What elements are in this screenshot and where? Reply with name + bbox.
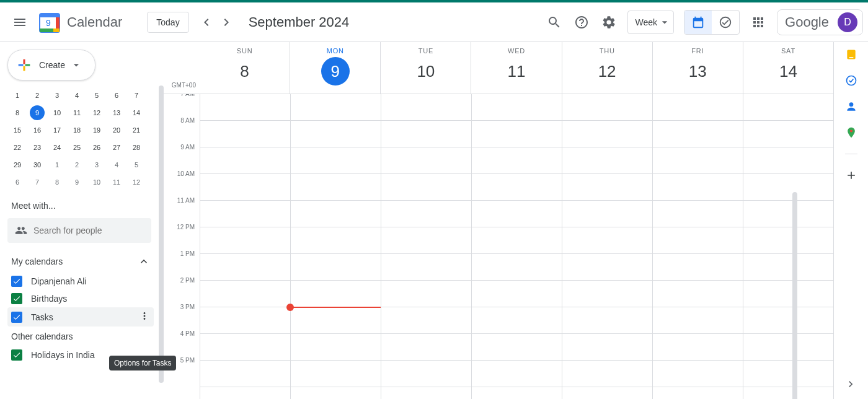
hour-cell[interactable]: [200, 201, 290, 227]
mini-calendar-day[interactable]: 6: [107, 87, 126, 104]
tasks-icon[interactable]: [845, 74, 857, 87]
day-header[interactable]: FRI13: [652, 42, 743, 94]
mini-calendar-day[interactable]: 29: [7, 156, 27, 173]
hour-cell[interactable]: [562, 387, 652, 399]
mini-calendar-day[interactable]: 21: [126, 121, 146, 139]
mini-calendar-day[interactable]: 9: [30, 105, 45, 120]
search-people-field[interactable]: [7, 218, 151, 243]
mini-calendar-day[interactable]: 1: [7, 87, 27, 104]
mini-calendar-day[interactable]: 12: [87, 104, 107, 121]
hour-cell[interactable]: [562, 334, 652, 361]
mini-calendar-day[interactable]: 3: [47, 87, 67, 104]
hour-cell[interactable]: [472, 361, 562, 387]
hour-cell[interactable]: [743, 174, 833, 201]
mini-calendar-day[interactable]: 12: [126, 173, 146, 191]
hour-cell[interactable]: [653, 227, 743, 254]
grid-columns[interactable]: [200, 94, 833, 399]
hour-cell[interactable]: [200, 254, 290, 281]
mini-calendar-day[interactable]: 24: [47, 139, 67, 156]
hour-cell[interactable]: [562, 147, 652, 174]
day-number[interactable]: 11: [502, 57, 531, 86]
calendar-list-item[interactable]: Birthdays: [7, 290, 154, 307]
hour-cell[interactable]: [562, 121, 652, 147]
hour-cell[interactable]: [743, 94, 833, 121]
hour-cell[interactable]: [291, 174, 381, 201]
keep-icon[interactable]: [845, 48, 857, 61]
hour-cell[interactable]: [200, 281, 290, 307]
mini-calendar-day[interactable]: 4: [107, 156, 126, 173]
calendar-list-item[interactable]: Tasks: [7, 307, 154, 327]
hour-cell[interactable]: [653, 121, 743, 147]
mini-calendar-day[interactable]: 8: [47, 173, 67, 191]
mini-calendar-day[interactable]: 2: [67, 156, 87, 173]
add-addon-icon[interactable]: [845, 169, 857, 182]
hour-cell[interactable]: [200, 387, 290, 399]
hour-cell[interactable]: [562, 254, 652, 281]
day-number[interactable]: 12: [593, 57, 621, 86]
mini-calendar-day[interactable]: 9: [67, 173, 87, 191]
hour-cell[interactable]: [562, 307, 652, 334]
day-number[interactable]: 13: [683, 57, 712, 86]
search-button[interactable]: [542, 10, 567, 35]
hour-cell[interactable]: [291, 94, 381, 121]
day-number[interactable]: 9: [321, 57, 350, 86]
day-column[interactable]: [200, 94, 290, 399]
mini-calendar-day[interactable]: 22: [7, 139, 27, 156]
hour-cell[interactable]: [200, 174, 290, 201]
hour-cell[interactable]: [200, 227, 290, 254]
mini-calendar[interactable]: 1234567891011121314151617181920212223242…: [7, 87, 150, 191]
mini-calendar-day[interactable]: 19: [87, 121, 107, 139]
hour-cell[interactable]: [743, 281, 833, 307]
mini-calendar-day[interactable]: 14: [126, 104, 146, 121]
hour-cell[interactable]: [472, 94, 562, 121]
day-column[interactable]: [743, 94, 833, 399]
hour-cell[interactable]: [200, 334, 290, 361]
hour-cell[interactable]: [291, 334, 381, 361]
mini-calendar-day[interactable]: 6: [7, 173, 27, 191]
next-period-button[interactable]: [216, 12, 236, 32]
hour-cell[interactable]: [291, 254, 381, 281]
hour-cell[interactable]: [743, 147, 833, 174]
day-number[interactable]: 8: [231, 57, 259, 86]
main-menu-button[interactable]: [5, 7, 35, 37]
hour-cell[interactable]: [381, 201, 471, 227]
calendar-checkbox[interactable]: [11, 312, 22, 323]
settings-button[interactable]: [596, 10, 621, 35]
other-calendars-heading[interactable]: Other calendars: [7, 327, 154, 346]
mini-calendar-day[interactable]: 18: [67, 121, 87, 139]
day-number[interactable]: 10: [412, 57, 440, 86]
hour-cell[interactable]: [472, 281, 562, 307]
mini-calendar-day[interactable]: 11: [107, 173, 126, 191]
maps-icon[interactable]: [845, 126, 857, 139]
hour-cell[interactable]: [562, 361, 652, 387]
day-column[interactable]: [652, 94, 743, 399]
hour-cell[interactable]: [200, 361, 290, 387]
mini-calendar-day[interactable]: 30: [27, 156, 47, 173]
hour-cell[interactable]: [291, 201, 381, 227]
hour-cell[interactable]: [472, 387, 562, 399]
hour-cell[interactable]: [743, 121, 833, 147]
mini-calendar-day[interactable]: 25: [67, 139, 87, 156]
contacts-icon[interactable]: [845, 100, 857, 113]
mini-calendar-day[interactable]: 16: [27, 121, 47, 139]
hour-cell[interactable]: [381, 307, 471, 334]
hour-cell[interactable]: [562, 281, 652, 307]
mini-calendar-day[interactable]: 13: [107, 104, 126, 121]
hour-cell[interactable]: [381, 361, 471, 387]
day-header[interactable]: SUN8: [200, 42, 290, 94]
apps-button[interactable]: [746, 10, 771, 35]
mini-calendar-day[interactable]: 15: [7, 121, 27, 139]
mini-calendar-day[interactable]: 7: [27, 173, 47, 191]
hour-cell[interactable]: [562, 174, 652, 201]
hour-cell[interactable]: [381, 254, 471, 281]
hour-cell[interactable]: [653, 147, 743, 174]
tasks-panel-toggle[interactable]: [712, 11, 739, 34]
hour-cell[interactable]: [743, 201, 833, 227]
grid-scrollbar[interactable]: [792, 192, 797, 399]
hour-cell[interactable]: [653, 174, 743, 201]
mini-calendar-day[interactable]: 11: [67, 104, 87, 121]
hour-cell[interactable]: [291, 307, 381, 334]
day-column[interactable]: [562, 94, 652, 399]
mini-calendar-day[interactable]: 8: [7, 104, 27, 121]
mini-calendar-day[interactable]: 1: [47, 156, 67, 173]
